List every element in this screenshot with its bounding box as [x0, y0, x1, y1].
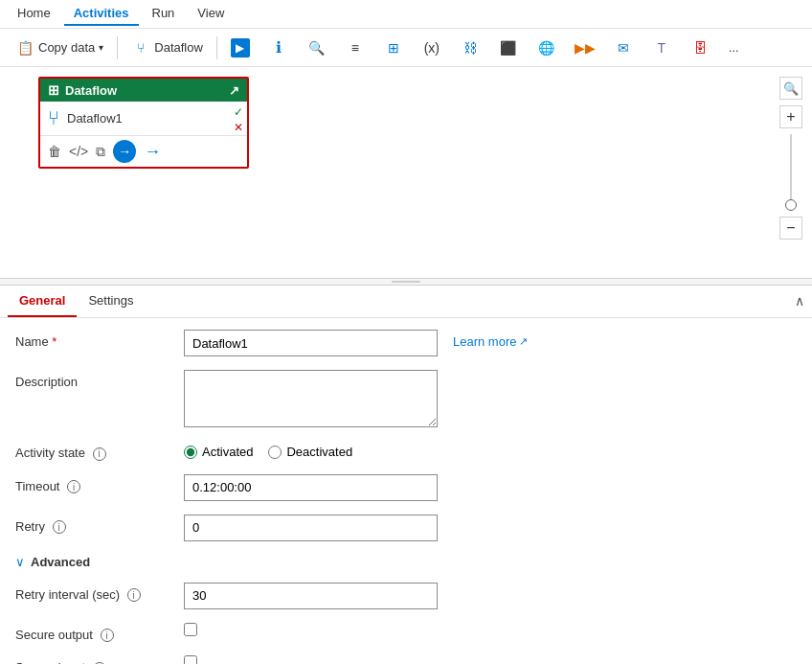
form-row-retry-interval: Retry interval (sec) i [15, 583, 797, 609]
activity-state-label: Activity state i [15, 441, 169, 461]
activity-node-title: Dataflow [65, 83, 117, 98]
tab-settings[interactable]: Settings [77, 286, 145, 317]
form-row-timeout: Timeout i [15, 474, 797, 501]
code-icon[interactable]: </> [69, 144, 88, 159]
canvas-search-button[interactable]: 🔍 [779, 77, 802, 100]
retry-info-icon[interactable]: i [53, 520, 66, 534]
activity-node-body: ⑂ Dataflow1 ✓ ✕ [40, 102, 247, 135]
secure-input-label: Secure input i [15, 655, 169, 664]
description-input[interactable] [184, 370, 438, 427]
menu-home[interactable]: Home [8, 2, 60, 26]
form-row-name: Name Learn more ↗ [15, 330, 797, 356]
bottom-panel: General Settings ∧ Name Learn more ↗ Des… [0, 286, 812, 664]
activity-node-external-link-icon[interactable]: ↗ [229, 83, 239, 98]
toolbar: 📋 Copy data ▾ ⑂ Dataflow ▶ ℹ 🔍 ≡ ⊞ (x) ⛓… [0, 29, 812, 67]
toolbar-icon-6[interactable]: 🌐 [530, 34, 564, 61]
toolbar-icon-list[interactable]: ≡ [338, 34, 372, 61]
toolbar-icon-flow[interactable]: ⛓ [453, 34, 487, 61]
timeout-info-icon[interactable]: i [67, 480, 80, 493]
copy-data-icon: 📋 [15, 38, 34, 57]
advanced-section[interactable]: ∨ Advanced [15, 555, 797, 569]
retry-interval-info-icon[interactable]: i [127, 588, 141, 602]
toolbar-more-label: ... [729, 40, 739, 55]
next-arrow-icon[interactable]: → [144, 142, 161, 162]
dataflow-icon: ⑂ [131, 38, 150, 57]
success-arrow-icon[interactable]: → [113, 140, 136, 163]
activity-node-name: Dataflow1 [67, 111, 239, 126]
secure-output-info-icon[interactable]: i [101, 629, 114, 642]
copy-data-label: Copy data [38, 40, 95, 55]
radio-activated-input[interactable] [184, 446, 197, 459]
activity-state-info-icon[interactable]: i [93, 447, 106, 461]
form-row-secure-output: Secure output i [15, 623, 797, 643]
toolbar-icon-teams[interactable]: T [644, 34, 679, 61]
secure-output-label: Secure output i [15, 623, 169, 643]
status-err-icon[interactable]: ✕ [234, 121, 243, 134]
zoom-in-button[interactable]: + [779, 105, 802, 128]
learn-more-label: Learn more [453, 334, 516, 349]
toolbar-icon-outlook[interactable]: ✉ [606, 34, 641, 61]
toolbar-separator-2 [216, 36, 217, 59]
timeout-input[interactable] [184, 474, 438, 501]
radio-deactivated[interactable]: Deactivated [268, 445, 352, 459]
toolbar-icon-search[interactable]: 🔍 [300, 34, 334, 61]
delete-icon[interactable]: 🗑 [48, 144, 61, 159]
tab-general[interactable]: General [8, 286, 77, 317]
activated-label: Activated [202, 445, 253, 459]
external-link-icon: ↗ [519, 335, 528, 348]
toolbar-icon-5[interactable]: ⬛ [491, 34, 526, 61]
status-ok-icon[interactable]: ✓ [234, 105, 243, 119]
secure-output-checkbox[interactable] [184, 623, 197, 636]
canvas-controls: 🔍 + − [779, 77, 802, 240]
panel-divider[interactable] [0, 278, 812, 286]
name-input[interactable] [184, 330, 438, 356]
secure-input-checkbox[interactable] [184, 655, 197, 664]
learn-more-link[interactable]: Learn more ↗ [453, 330, 528, 349]
canvas-area: 🔍 + − ⊞ Dataflow ↗ ⑂ Dataflow1 ✓ ✕ 🗑 </>… [0, 67, 812, 278]
retry-interval-input[interactable] [184, 583, 438, 609]
activity-type-icon: ⑂ [48, 107, 59, 129]
name-label: Name [15, 330, 169, 349]
radio-deactivated-input[interactable] [268, 446, 282, 459]
panel-collapse-button[interactable]: ∧ [795, 293, 804, 309]
activity-node-toolbar: 🗑 </> ⧉ → → [40, 135, 247, 167]
description-label: Description [15, 370, 169, 389]
radio-activated[interactable]: Activated [184, 445, 253, 459]
toolbar-icon-1[interactable]: ▶ [223, 34, 258, 61]
toolbar-icon-7[interactable]: ▶▶ [568, 34, 602, 61]
toolbar-more-button[interactable]: ... [721, 36, 747, 58]
activity-status-icons: ✓ ✕ [234, 105, 243, 134]
zoom-handle[interactable] [785, 199, 797, 211]
zoom-track [790, 134, 792, 211]
activity-header-left: ⊞ Dataflow [48, 82, 117, 98]
menu-view[interactable]: View [188, 2, 234, 26]
dataflow-button[interactable]: ⑂ Dataflow [124, 34, 211, 61]
menu-bar: Home Activities Run View [0, 0, 812, 29]
menu-run[interactable]: Run [143, 2, 185, 26]
retry-input[interactable] [184, 515, 438, 541]
advanced-label: Advanced [31, 555, 90, 569]
panel-tabs: General Settings ∧ [0, 286, 812, 318]
toolbar-icon-info[interactable]: ℹ [261, 34, 296, 61]
activity-node-dataflow[interactable]: ⊞ Dataflow ↗ ⑂ Dataflow1 ✓ ✕ 🗑 </> ⧉ → → [38, 77, 249, 169]
toolbar-icon-table[interactable]: ⊞ [376, 34, 411, 61]
menu-activities[interactable]: Activities [64, 2, 139, 26]
toolbar-icon-param[interactable]: (x) [415, 34, 449, 61]
copy-data-chevron: ▾ [99, 42, 103, 53]
copy-data-button[interactable]: 📋 Copy data ▾ [8, 34, 111, 61]
activity-node-header: ⊞ Dataflow ↗ [40, 79, 247, 102]
dataflow-label: Dataflow [154, 40, 203, 55]
deactivated-label: Deactivated [286, 445, 352, 459]
form-row-activity-state: Activity state i Activated Deactivated [15, 441, 797, 461]
toolbar-separator-1 [117, 36, 118, 59]
toolbar-icon-stack[interactable]: 🗄 [683, 34, 717, 61]
zoom-out-button[interactable]: − [779, 217, 802, 240]
timeout-label: Timeout i [15, 474, 169, 494]
form-row-description: Description [15, 370, 797, 427]
copy-icon[interactable]: ⧉ [96, 144, 105, 160]
dataflow-node-icon: ⊞ [48, 82, 59, 98]
radio-group-state: Activated Deactivated [184, 441, 352, 459]
advanced-chevron-icon: ∨ [15, 555, 25, 569]
retry-interval-label: Retry interval (sec) i [15, 583, 169, 603]
form-body: Name Learn more ↗ Description Activity s… [0, 318, 812, 664]
